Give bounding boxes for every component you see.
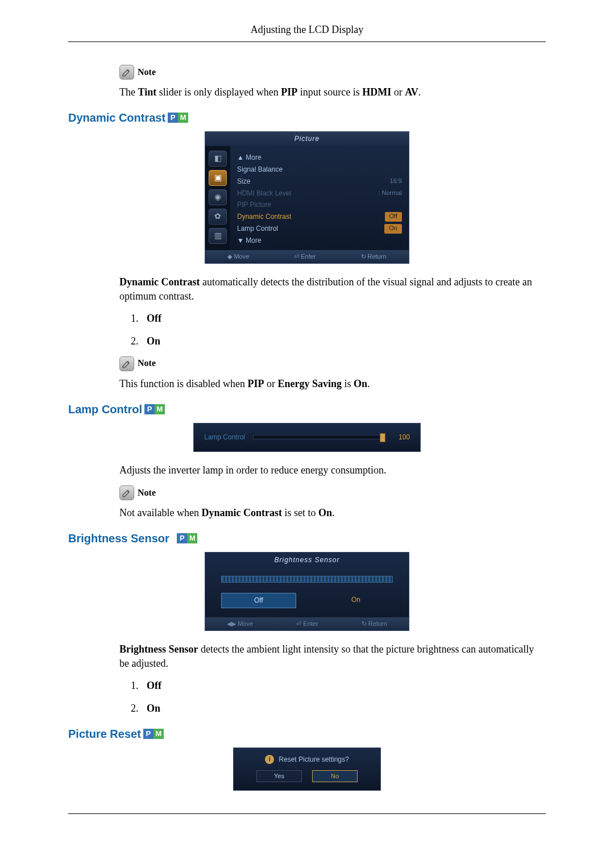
dynamic-contrast-desc: Dynamic Contrast automatically detects t… <box>119 275 546 304</box>
m-icon: M <box>154 729 164 739</box>
lamp-control-note-text: Not available when Dynamic Contrast is s… <box>119 506 546 520</box>
dialog-yes-button: Yes <box>256 770 302 782</box>
menu-icon-sound: ◉ <box>209 189 227 205</box>
m-icon: M <box>155 404 165 414</box>
footer-enter: ⏎ Enter <box>294 252 316 261</box>
pencil-note-icon <box>119 356 134 371</box>
slider-label: Lamp Control <box>204 433 245 442</box>
footer-return: ↻ Return <box>362 620 387 628</box>
slider-thumb <box>380 433 385 442</box>
menu-icon-multi: ▥ <box>209 228 227 244</box>
menu-item-size: Size16:9 <box>237 176 402 188</box>
footer-move: ◀▶ Move <box>227 620 253 628</box>
pencil-note-icon <box>119 65 134 80</box>
note-block: Note <box>119 356 546 371</box>
menu-item-list: ▲ More Signal Balance Size16:9 HDMI Blac… <box>230 146 409 250</box>
heading-dynamic-contrast: Dynamic Contrast PM <box>68 110 546 126</box>
menu-footer: ◀▶ Move ⏎ Enter ↻ Return <box>205 617 409 630</box>
brightness-bar <box>221 576 393 583</box>
heading-picture-reset: Picture Reset PM <box>68 726 546 742</box>
heading-lamp-control: Lamp Control PM <box>68 401 546 417</box>
menu-title: Picture <box>205 132 409 146</box>
menu-icon-rail: ◧ ▣ ◉ ✿ ▥ <box>205 146 230 250</box>
pm-badge: PM <box>143 729 164 739</box>
footer-return: ↻ Return <box>361 252 387 261</box>
menu-icon-setup: ✿ <box>209 209 227 225</box>
menu-more-up: ▲ More <box>237 152 402 164</box>
option-off: Off <box>221 593 296 608</box>
pencil-note-icon <box>119 485 134 500</box>
note-label: Note <box>138 66 156 78</box>
footer-move: ◆ Move <box>227 252 249 261</box>
dialog-message-row: i Reset Picture settings? <box>243 755 371 765</box>
dialog-message: Reset Picture settings? <box>279 755 349 765</box>
menu-icon-mode: ◧ <box>209 151 227 167</box>
screenshot-picture-reset: i Reset Picture settings? Yes No <box>233 747 381 791</box>
slider-value: 100 <box>393 433 410 442</box>
menu-footer: ◆ Move ⏎ Enter ↻ Return <box>205 250 409 263</box>
top-rule <box>68 41 546 42</box>
brightness-sensor-list: Off On <box>141 679 546 715</box>
list-item: Off <box>141 679 546 693</box>
menu-item-pip-picture: PIP Picture <box>237 199 402 211</box>
list-item: On <box>141 334 546 348</box>
screenshot-picture-menu: Picture ◧ ▣ ◉ ✿ ▥ ▲ More Signal Balance … <box>205 131 409 264</box>
menu-icon-picture: ▣ <box>209 170 227 186</box>
menu-item-dynamic-contrast: Dynamic ContrastOff <box>237 211 402 223</box>
note-label: Note <box>138 357 156 369</box>
slider-track <box>253 435 385 439</box>
page-header: Adjusting the LCD Display <box>68 23 546 37</box>
screenshot-lamp-slider: Lamp Control 100 <box>193 423 421 452</box>
screenshot-brightness-sensor: Brightness Sensor Off On ◀▶ Move ⏎ Enter… <box>205 552 409 631</box>
option-on: On <box>319 593 393 608</box>
footer-enter: ⏎ Enter <box>296 620 318 628</box>
list-item: Off <box>141 312 546 326</box>
tint-note-text: The Tint slider is only displayed when P… <box>119 85 546 99</box>
menu-more-down: ▼ More <box>237 235 402 247</box>
pm-badge: PM <box>144 404 165 414</box>
lamp-control-desc: Adjusts the inverter lamp in order to re… <box>119 463 546 477</box>
list-item: On <box>141 701 546 716</box>
p-icon: P <box>168 113 178 123</box>
p-icon: P <box>177 533 187 543</box>
note-block: Note <box>119 485 546 500</box>
heading-brightness-sensor: Brightness Sensor PM <box>68 530 546 546</box>
dialog-buttons: Yes No <box>243 770 371 782</box>
m-icon: M <box>178 113 188 123</box>
menu-item-lamp-control: Lamp ControlOn <box>237 223 402 235</box>
note-block: Note <box>119 65 546 80</box>
m-icon: M <box>187 533 197 543</box>
brightness-sensor-desc: Brightness Sensor detects the ambient li… <box>119 642 546 671</box>
menu-title: Brightness Sensor <box>205 553 409 568</box>
info-icon: i <box>265 755 274 764</box>
pm-badge: PM <box>168 113 188 123</box>
p-icon: P <box>144 404 155 414</box>
dynamic-contrast-list: Off On <box>141 312 546 348</box>
p-icon: P <box>143 729 154 739</box>
dialog-no-button: No <box>312 770 358 782</box>
dynamic-contrast-note-text: This function is disabled when PIP or En… <box>119 377 546 391</box>
option-row: Off On <box>221 593 393 608</box>
menu-item-signal-balance: Signal Balance <box>237 164 402 176</box>
note-label: Note <box>138 487 156 499</box>
pm-badge: PM <box>177 533 197 543</box>
bottom-rule <box>68 813 546 814</box>
menu-item-hdmi-black: HDMI Black Level: Normal <box>237 188 402 200</box>
